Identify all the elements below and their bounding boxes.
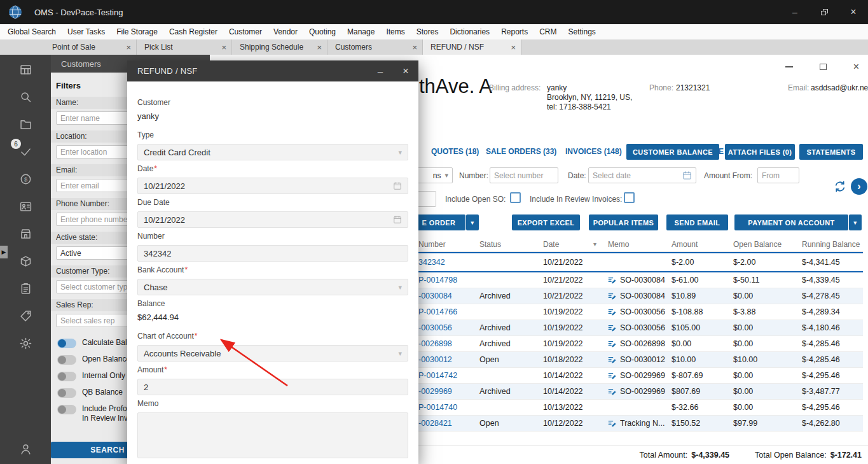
table-row[interactable]: P-001479810/21/2022SO-0030084$-61.00$-50…: [418, 272, 863, 288]
action-button-export-excel[interactable]: EXPORT EXCEL: [512, 214, 580, 230]
column-header-memo[interactable]: Memo: [603, 237, 666, 251]
column-header-number[interactable]: Number: [418, 237, 474, 251]
contacts-icon[interactable]: [0, 193, 51, 220]
refresh-icon[interactable]: [834, 180, 846, 193]
tab-point-of-sale[interactable]: Point of Sale×: [45, 39, 137, 55]
close-icon[interactable]: ×: [839, 0, 868, 24]
column-header-open-balance[interactable]: Open Balance: [728, 237, 797, 251]
panel-expander-icon[interactable]: ▶: [0, 246, 8, 258]
document-number-link[interactable]: -0030084: [418, 292, 452, 300]
next-circle-icon[interactable]: ›: [851, 178, 867, 195]
table-row[interactable]: P-001474010/13/2022$-32.66$0.00$-4,295.4…: [418, 400, 863, 416]
customer-tab-sale-orders-33[interactable]: SALE ORDERS (33): [486, 147, 556, 156]
menu-item-global-search[interactable]: Global Search: [2, 24, 62, 39]
pos-icon[interactable]: [0, 56, 51, 83]
menu-item-user-tasks[interactable]: User Tasks: [62, 24, 111, 39]
amount-from-input[interactable]: [757, 167, 799, 183]
customer-tab-button-customer-balance[interactable]: CUSTOMER BALANCE: [626, 144, 719, 160]
customer-tab-invoices-148[interactable]: INVOICES (148): [565, 147, 622, 156]
close-icon[interactable]: ×: [853, 62, 859, 72]
tab-refund-nsf[interactable]: REFUND / NSF×: [423, 39, 521, 55]
amount-from-field[interactable]: [762, 171, 795, 180]
date-input[interactable]: 10/21/2022: [137, 178, 408, 194]
action-button-payment-on-account[interactable]: PAYMENT ON ACCOUNT: [734, 214, 848, 230]
store-icon[interactable]: [0, 220, 51, 248]
documents-icon[interactable]: [0, 275, 51, 302]
memo-textarea[interactable]: [137, 412, 408, 458]
document-number-link[interactable]: 342342: [418, 258, 445, 267]
close-icon[interactable]: ×: [511, 43, 516, 52]
document-number-link[interactable]: -0026898: [418, 339, 452, 348]
shipping-icon[interactable]: [0, 248, 51, 275]
dialog-minimize-icon[interactable]: –: [368, 60, 393, 81]
include-open-so-checkbox[interactable]: [510, 192, 521, 203]
tags-icon[interactable]: [0, 302, 51, 330]
menu-item-quoting[interactable]: Quoting: [303, 24, 341, 39]
close-icon[interactable]: ×: [412, 43, 417, 52]
customer-tab-button-attach-files-0[interactable]: ATTACH FILES (0): [725, 144, 795, 160]
action-button-caret-icon[interactable]: ▾: [849, 214, 862, 230]
date-filter-input[interactable]: [588, 167, 696, 183]
include-in-review-checkbox[interactable]: [624, 192, 635, 203]
table-row[interactable]: -0030056Archived10/19/2022SO-0030056$105…: [418, 320, 863, 336]
document-number-link[interactable]: P-0014740: [418, 403, 457, 412]
bank-account-dropdown[interactable]: Chase ▾: [137, 279, 408, 295]
menu-item-vendor[interactable]: Vendor: [268, 24, 303, 39]
column-header-status[interactable]: Status: [474, 237, 538, 251]
toggle-switch[interactable]: [57, 388, 76, 398]
calendar-icon[interactable]: [393, 215, 402, 224]
document-number-link[interactable]: -0028421: [418, 419, 452, 428]
number-input[interactable]: 342342: [137, 245, 408, 262]
document-number-link[interactable]: P-0014766: [418, 307, 457, 316]
menu-item-file-storage[interactable]: File Storage: [111, 24, 163, 39]
calendar-icon[interactable]: [682, 171, 692, 180]
table-row[interactable]: -0030084Archived10/21/2022SO-0030084$10.…: [418, 288, 863, 304]
document-number-link[interactable]: -0030012: [418, 355, 452, 364]
toggle-switch[interactable]: [57, 339, 76, 348]
tab-pick-list[interactable]: Pick List×: [137, 39, 232, 55]
restore-icon[interactable]: [809, 0, 839, 24]
table-row[interactable]: P-001474210/14/2022SO-0029969$-807.69$0.…: [418, 368, 863, 384]
toggle-switch[interactable]: [57, 355, 76, 365]
type-dropdown[interactable]: Credit Card Credit ▾: [137, 144, 408, 160]
date-filter-field[interactable]: [593, 171, 682, 180]
calendar-icon[interactable]: [393, 181, 402, 190]
customer-tab-button-statements[interactable]: STATEMENTS: [799, 144, 863, 160]
file-storage-icon[interactable]: [0, 111, 51, 138]
menu-item-manage[interactable]: Manage: [341, 24, 380, 39]
column-header-running-balance[interactable]: Running Balance: [797, 237, 863, 251]
document-number-link[interactable]: P-0014798: [418, 276, 457, 285]
minimize-icon[interactable]: [785, 66, 793, 67]
menu-item-reports[interactable]: Reports: [495, 24, 534, 39]
close-icon[interactable]: ×: [317, 43, 322, 52]
menu-item-stores[interactable]: Stores: [411, 24, 444, 39]
table-row[interactable]: -0029969Archived10/14/2022SO-0029969$807…: [418, 384, 863, 400]
action-button-caret-icon[interactable]: ▾: [466, 214, 479, 230]
tab-customers[interactable]: Customers×: [327, 39, 423, 55]
number-filter-field[interactable]: [494, 171, 554, 180]
dialog-close-icon[interactable]: ×: [393, 60, 418, 81]
menu-item-settings[interactable]: Settings: [562, 24, 601, 39]
tab-shipping-schedule[interactable]: Shipping Schedule×: [232, 39, 327, 55]
toggle-switch[interactable]: [57, 372, 76, 381]
action-button-send-email[interactable]: SEND EMAIL: [666, 214, 728, 230]
action-button-e-order[interactable]: E ORDER: [412, 214, 465, 230]
settings-icon[interactable]: [0, 330, 51, 357]
menu-item-crm[interactable]: CRM: [534, 24, 562, 39]
amount-input[interactable]: 2: [137, 379, 408, 395]
document-number-link[interactable]: -0029969: [418, 387, 452, 396]
search-icon[interactable]: [0, 83, 51, 111]
customer-tab-quotes-18[interactable]: QUOTES (18): [431, 147, 479, 156]
table-row[interactable]: -0030012Open10/18/2022SO-0030012$10.00$1…: [418, 352, 863, 368]
table-row[interactable]: -0028421Open10/12/2022Tracking N...$150.…: [418, 416, 863, 432]
menu-item-items[interactable]: Items: [380, 24, 410, 39]
menu-item-dictionaries[interactable]: Dictionaries: [444, 24, 495, 39]
document-number-link[interactable]: -0030056: [418, 323, 452, 332]
partially-hidden-tab[interactable]: E: [719, 147, 724, 156]
payments-icon[interactable]: $: [0, 165, 51, 193]
chart-of-account-dropdown[interactable]: Accounts Receivable ▾: [137, 345, 408, 362]
menu-item-customer[interactable]: Customer: [223, 24, 268, 39]
toggle-switch[interactable]: [57, 405, 76, 414]
sort-caret-icon[interactable]: ▾: [593, 241, 603, 248]
close-icon[interactable]: ×: [221, 43, 226, 52]
